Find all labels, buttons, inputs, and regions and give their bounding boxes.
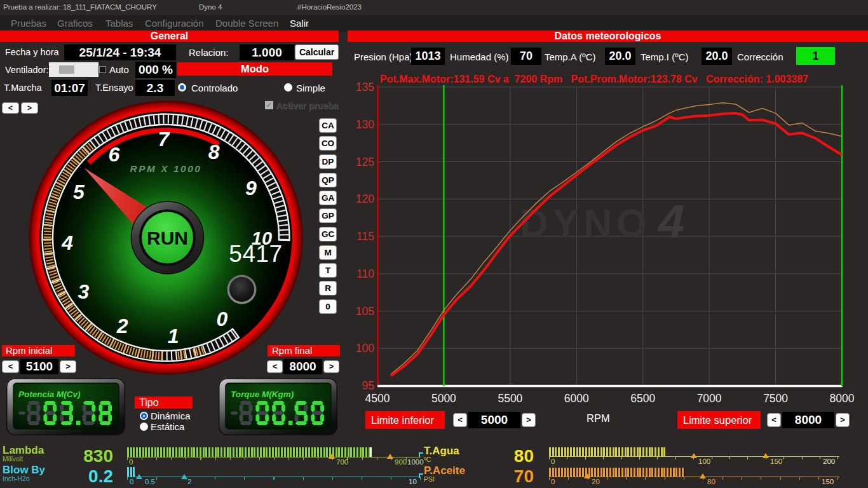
svg-text:6500: 6500 xyxy=(630,392,655,405)
svg-text:RPM X 1000: RPM X 1000 xyxy=(130,163,201,174)
svg-text:7000: 7000 xyxy=(697,392,722,405)
svg-text:1: 1 xyxy=(167,324,179,347)
svg-text:Torque M(Kgm): Torque M(Kgm) xyxy=(231,390,294,399)
svg-text:Potencia M(Cv): Potencia M(Cv) xyxy=(18,390,81,399)
svg-text:3: 3 xyxy=(78,280,89,303)
svg-text:7500: 7500 xyxy=(763,392,788,405)
svg-text:2: 2 xyxy=(116,315,128,337)
svg-text:8000: 8000 xyxy=(830,392,855,405)
svg-text:135: 135 xyxy=(356,81,374,93)
svg-text:5000: 5000 xyxy=(431,392,456,405)
svg-text:RUN: RUN xyxy=(147,227,188,248)
svg-text:105: 105 xyxy=(356,305,374,318)
svg-text:0: 0 xyxy=(216,307,227,330)
svg-text:5417: 5417 xyxy=(229,241,282,267)
svg-text:115: 115 xyxy=(356,230,374,243)
svg-text:7: 7 xyxy=(158,128,170,151)
svg-text:4500: 4500 xyxy=(365,392,390,405)
svg-text:6000: 6000 xyxy=(564,392,589,405)
svg-text:120: 120 xyxy=(356,193,374,205)
svg-text:5: 5 xyxy=(72,180,85,203)
svg-text:4: 4 xyxy=(61,231,73,254)
svg-text:125: 125 xyxy=(356,156,374,168)
svg-text:5500: 5500 xyxy=(498,392,522,405)
svg-text:9: 9 xyxy=(245,177,256,200)
svg-text:6: 6 xyxy=(108,142,119,165)
svg-text:95: 95 xyxy=(362,379,374,392)
svg-text:110: 110 xyxy=(356,268,374,280)
svg-text:100: 100 xyxy=(356,342,374,355)
svg-text:130: 130 xyxy=(356,118,374,131)
svg-text:8: 8 xyxy=(208,140,219,163)
svg-text:4: 4 xyxy=(657,195,684,248)
